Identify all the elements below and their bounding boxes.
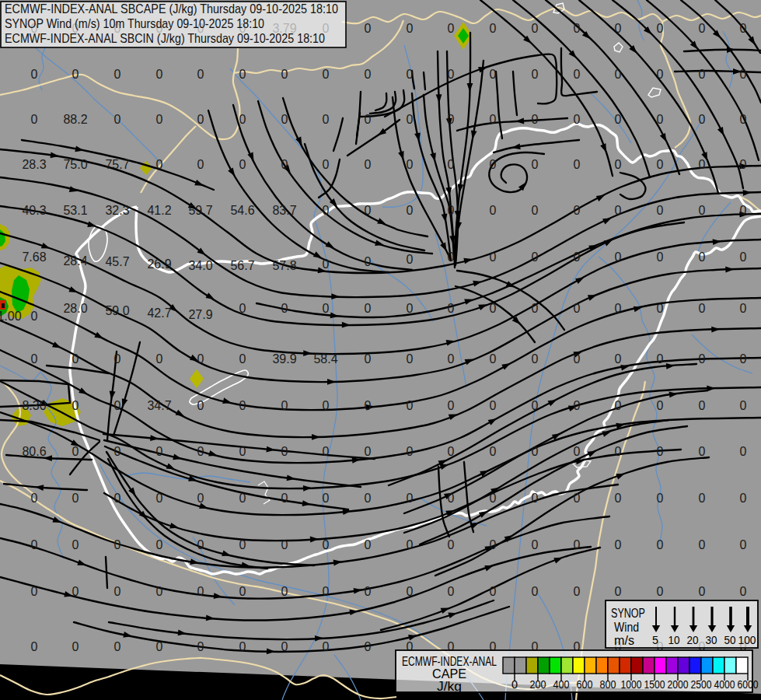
svg-text:0: 0 — [574, 445, 581, 458]
svg-text:0: 0 — [657, 445, 664, 458]
svg-text:0: 0 — [615, 492, 622, 505]
svg-text:0: 0 — [239, 445, 246, 458]
svg-text:0: 0 — [72, 352, 79, 366]
svg-text:0: 0 — [574, 492, 581, 505]
svg-text:0: 0 — [448, 250, 455, 264]
svg-text:0: 0 — [114, 640, 121, 653]
svg-text:0: 0 — [615, 68, 622, 81]
svg-text:0: 0 — [407, 492, 414, 505]
svg-text:0: 0 — [197, 492, 204, 505]
svg-text:0: 0 — [72, 538, 79, 551]
svg-text:27.9: 27.9 — [188, 308, 212, 321]
svg-text:0: 0 — [448, 68, 455, 81]
svg-text:m/s: m/s — [614, 634, 634, 647]
svg-text:0: 0 — [72, 585, 79, 598]
svg-text:0: 0 — [323, 158, 330, 171]
svg-text:28.4: 28.4 — [63, 254, 87, 268]
svg-text:54.6: 54.6 — [230, 204, 254, 217]
svg-text:0: 0 — [699, 22, 706, 35]
svg-text:0: 0 — [323, 399, 330, 412]
svg-text:34.7: 34.7 — [147, 399, 171, 412]
svg-text:ECMWF-INDEX-ANAL SBCIN (J/kg): ECMWF-INDEX-ANAL SBCIN (J/kg) Thursday 0… — [5, 31, 325, 46]
svg-text:0: 0 — [281, 445, 288, 458]
svg-text:0: 0 — [156, 640, 163, 653]
svg-text:26.9: 26.9 — [147, 257, 171, 271]
svg-text:0: 0 — [615, 113, 622, 126]
svg-text:0: 0 — [615, 22, 622, 35]
svg-text:SYNOP: SYNOP — [611, 607, 645, 620]
svg-text:0: 0 — [657, 113, 664, 126]
svg-text:0: 0 — [365, 113, 372, 126]
svg-text:0: 0 — [699, 113, 706, 126]
svg-text:0: 0 — [699, 492, 706, 505]
svg-text:0: 0 — [490, 302, 497, 315]
svg-text:0: 0 — [448, 492, 455, 505]
svg-text:J/kg: J/kg — [437, 679, 462, 693]
svg-text:0: 0 — [490, 113, 497, 126]
svg-text:0: 0 — [532, 113, 539, 126]
svg-text:0: 0 — [365, 255, 372, 268]
svg-text:0: 0 — [323, 538, 330, 551]
svg-text:0: 0 — [448, 22, 455, 35]
svg-text:200: 200 — [530, 677, 546, 691]
svg-text:0: 0 — [740, 158, 747, 171]
svg-text:0: 0 — [448, 538, 455, 551]
svg-text:0: 0 — [574, 399, 581, 412]
svg-text:0: 0 — [490, 204, 497, 217]
svg-text:0: 0 — [699, 352, 706, 366]
svg-text:0: 0 — [740, 113, 747, 126]
svg-text:0: 0 — [365, 492, 372, 505]
svg-text:0: 0 — [532, 68, 539, 81]
svg-text:0: 0 — [740, 22, 747, 35]
svg-text:0: 0 — [615, 538, 622, 551]
svg-text:2500: 2500 — [691, 677, 712, 691]
svg-text:0: 0 — [615, 352, 622, 366]
svg-text:0: 0 — [197, 585, 204, 598]
svg-text:0: 0 — [31, 585, 38, 598]
svg-text:10: 10 — [668, 633, 680, 646]
svg-text:0: 0 — [281, 399, 288, 412]
svg-text:0: 0 — [574, 538, 581, 551]
svg-text:30: 30 — [706, 633, 717, 646]
svg-text:0: 0 — [615, 399, 622, 412]
svg-text:58.4: 58.4 — [313, 352, 337, 366]
svg-text:0: 0 — [490, 352, 497, 366]
svg-text:0: 0 — [197, 352, 204, 366]
svg-text:0: 0 — [657, 302, 664, 315]
svg-text:0: 0 — [365, 640, 372, 653]
svg-text:0: 0 — [490, 585, 497, 598]
svg-text:0: 0 — [407, 302, 414, 315]
svg-text:0: 0 — [197, 113, 204, 126]
svg-text:0: 0 — [574, 68, 581, 81]
svg-text:41.2: 41.2 — [147, 204, 171, 217]
svg-text:5: 5 — [652, 633, 658, 646]
svg-text:0: 0 — [156, 352, 163, 366]
svg-text:0: 0 — [281, 640, 288, 653]
svg-text:7.68: 7.68 — [22, 250, 46, 264]
svg-text:0: 0 — [156, 158, 163, 171]
svg-text:0: 0 — [740, 399, 747, 412]
svg-text:0: 0 — [156, 538, 163, 551]
svg-text:0: 0 — [615, 302, 622, 315]
svg-text:0: 0 — [511, 677, 518, 691]
svg-text:0: 0 — [657, 492, 664, 505]
svg-text:0: 0 — [657, 585, 664, 598]
svg-text:0: 0 — [532, 399, 539, 412]
svg-text:0: 0 — [448, 113, 455, 126]
svg-text:2000: 2000 — [668, 677, 689, 691]
svg-text:0: 0 — [490, 492, 497, 505]
svg-text:0: 0 — [740, 68, 747, 81]
svg-text:0: 0 — [699, 250, 706, 264]
svg-text:0: 0 — [448, 585, 455, 598]
svg-text:0: 0 — [365, 204, 372, 217]
svg-text:0: 0 — [323, 302, 330, 315]
svg-text:0: 0 — [407, 253, 414, 266]
svg-text:0: 0 — [156, 113, 163, 126]
svg-text:0: 0 — [114, 352, 121, 366]
svg-text:0: 0 — [699, 68, 706, 81]
svg-text:0: 0 — [31, 538, 38, 551]
svg-text:0: 0 — [323, 492, 330, 505]
svg-text:0: 0 — [657, 399, 664, 412]
svg-text:0: 0 — [323, 257, 330, 271]
svg-text:0: 0 — [699, 445, 706, 458]
